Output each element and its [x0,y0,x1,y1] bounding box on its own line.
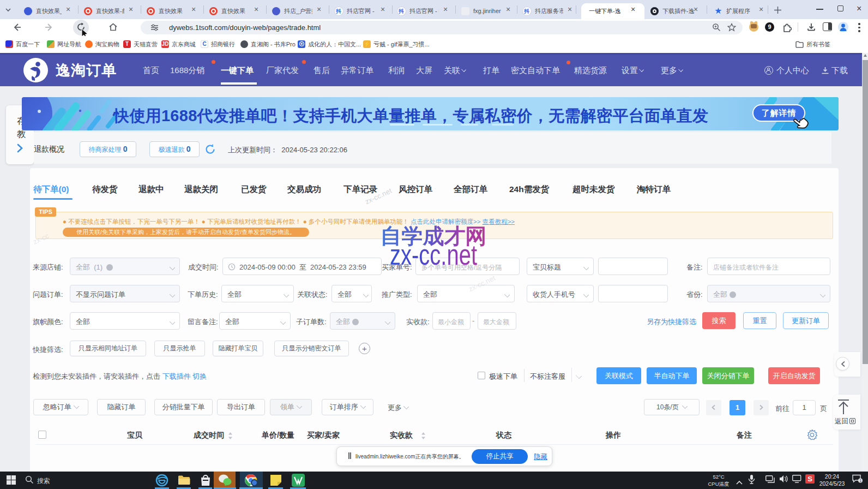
svg-text:1: 1 [860,479,862,482]
